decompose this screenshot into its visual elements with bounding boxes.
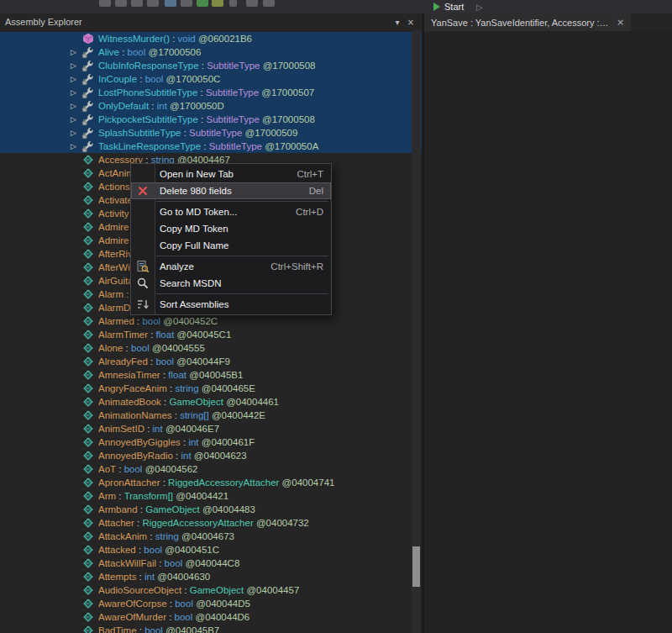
expander-icon[interactable]: ▷ bbox=[71, 61, 81, 70]
tree-item[interactable]: ApronAttacher : RiggedAccessoryAttacher … bbox=[0, 476, 422, 489]
tree-item[interactable]: AttackWillFail : bool @040044C8 bbox=[0, 557, 422, 570]
menu-item-go-to-md-token[interactable]: Go to MD Token...Ctrl+D bbox=[131, 203, 331, 220]
tree-item[interactable]: Arm : Transform[] @04004421 bbox=[0, 489, 422, 503]
toolbar-icon[interactable] bbox=[246, 0, 258, 7]
expander-icon[interactable]: ▷ bbox=[71, 48, 81, 56]
tree-item[interactable]: BadTime : bool @040045B7 bbox=[0, 624, 422, 633]
tree-item[interactable]: ▷TaskLineResponseType : SubtitleType @17… bbox=[0, 140, 422, 153]
menu-item-label: Copy MD Token bbox=[160, 224, 228, 234]
field-icon bbox=[81, 543, 95, 557]
tree-item[interactable]: ▷ClubInfoResponseType : SubtitleType @17… bbox=[0, 59, 422, 72]
toolbar-icon[interactable] bbox=[147, 0, 159, 7]
menu-item-sort-assemblies[interactable]: Sort Assemblies bbox=[131, 296, 331, 313]
tree-item[interactable]: AnnoyedByGiggles : int @0400461F bbox=[0, 435, 422, 449]
tree-item-address: @0400442E bbox=[209, 410, 265, 420]
tree-item[interactable]: ▷SplashSubtitleType : SubtitleType @1700… bbox=[0, 126, 422, 140]
menu-item-delete-980-fields[interactable]: Delete 980 fieldsDel bbox=[131, 182, 331, 199]
field-icon bbox=[81, 355, 95, 368]
tree-item-type: float bbox=[168, 370, 186, 380]
tree-scrollbar[interactable] bbox=[412, 30, 421, 633]
tree-item[interactable]: AmnesiaTimer : float @040045B1 bbox=[0, 368, 422, 382]
tree-item[interactable]: AnimatedBook : GameObject @04004461 bbox=[0, 395, 422, 409]
tree-item[interactable]: ▷InCouple : bool @1700050C bbox=[0, 72, 422, 86]
tree-item-name: WitnessMurder() bbox=[98, 34, 170, 44]
tree-item-address: @17000507 bbox=[259, 87, 314, 98]
tree-item-name: Arm bbox=[98, 491, 116, 501]
tree-item[interactable]: AnimSetID : int @040046E7 bbox=[0, 422, 422, 435]
tree-item-name: AlreadyFed bbox=[98, 356, 148, 367]
tree-item[interactable]: Alarmed : bool @0400452C bbox=[0, 314, 422, 328]
tree-item-address: @04004673 bbox=[179, 531, 234, 541]
toolbar-icon[interactable] bbox=[263, 0, 275, 7]
expander-icon[interactable]: ▷ bbox=[71, 115, 81, 124]
menu-item-open-in-new-tab[interactable]: Open in New TabCtrl+T bbox=[131, 166, 331, 182]
tree-item-address: @040046E7 bbox=[163, 424, 219, 434]
tree-item-type: GameObject bbox=[145, 504, 200, 514]
tree-item[interactable]: AwareOfCorpse : bool @040044D5 bbox=[0, 597, 422, 610]
toolbar-icon[interactable] bbox=[165, 0, 176, 7]
scrollbar-thumb[interactable] bbox=[412, 546, 420, 587]
toolbar-icon[interactable] bbox=[115, 0, 127, 7]
tab-close-icon[interactable]: × bbox=[617, 17, 624, 28]
menu-item-shortcut: Del bbox=[294, 186, 323, 196]
tree-item[interactable]: AngryFaceAnim : string @0400465E bbox=[0, 382, 422, 395]
tree-item-address: @17000508 bbox=[260, 114, 315, 124]
tree-item-address: @1700050D bbox=[167, 101, 224, 111]
tree-item-name: AnnoyedByRadio bbox=[98, 451, 173, 461]
expander-icon[interactable]: ▷ bbox=[71, 129, 81, 137]
document-area[interactable] bbox=[424, 31, 672, 633]
menu-item-label: Analyze bbox=[160, 261, 194, 272]
property-wrench-icon bbox=[81, 126, 95, 140]
expander-icon[interactable]: ▷ bbox=[71, 88, 81, 97]
tree-item[interactable]: AwareOfMurder : bool @040044D6 bbox=[0, 610, 422, 624]
tree-item-name: AwareOfMurder bbox=[98, 612, 166, 622]
toolbar-icon[interactable] bbox=[131, 0, 143, 7]
tree-item-name: AnnoyedByGiggles bbox=[98, 437, 181, 447]
tree-item-address: @040045B7 bbox=[163, 625, 219, 633]
tree-item[interactable]: AudioSourceObject : GameObject @04004457 bbox=[0, 583, 422, 597]
tree-item[interactable]: ▷Alive : bool @17000506 bbox=[0, 45, 422, 59]
tree-item[interactable]: ▷PickpocketSubtitleType : SubtitleType @… bbox=[0, 113, 422, 126]
tree-item-label: AfterRiv bbox=[98, 249, 133, 259]
panel-close-icon[interactable]: × bbox=[404, 18, 417, 27]
tree-item[interactable]: AttackAnim : string @04004673 bbox=[0, 530, 422, 543]
tree-item[interactable]: Attacked : bool @0400451C bbox=[0, 543, 422, 557]
tree-item[interactable]: AlreadyFed : bool @040044F9 bbox=[0, 355, 422, 368]
tree-item[interactable]: WitnessMurder() : void @060021B6 bbox=[0, 32, 422, 45]
tree-item-address: @060021B6 bbox=[196, 34, 252, 44]
panel-menu-caret-icon[interactable]: ▾ bbox=[391, 18, 404, 27]
tree-item[interactable]: Armband : GameObject @04004483 bbox=[0, 503, 422, 516]
tree-item[interactable]: ▷LostPhoneSubtitleType : SubtitleType @1… bbox=[0, 86, 422, 99]
document-panel: YanSave : YanSaveIdentifier, Accessory :… bbox=[424, 13, 672, 633]
start-no-debug-icon[interactable]: ▷ bbox=[476, 0, 483, 13]
expander-icon[interactable]: ▷ bbox=[71, 75, 81, 83]
tree-item[interactable]: AoT : bool @04004562 bbox=[0, 462, 422, 476]
tree-item[interactable]: Alone : bool @04004555 bbox=[0, 341, 422, 355]
tree-item[interactable]: Attempts : int @04004630 bbox=[0, 570, 422, 583]
tree-item-type: string bbox=[175, 383, 198, 393]
menu-item-copy-md-token[interactable]: Copy MD Token bbox=[131, 220, 331, 237]
expander-icon[interactable]: ▷ bbox=[71, 142, 81, 150]
field-icon bbox=[81, 583, 95, 597]
field-icon bbox=[81, 409, 95, 422]
toolbar-icon[interactable] bbox=[197, 0, 208, 7]
tree-item-address: @040045B1 bbox=[186, 370, 243, 380]
toolbar-icon[interactable] bbox=[212, 0, 223, 7]
expander-icon[interactable]: ▷ bbox=[71, 102, 81, 110]
tree-item[interactable]: ▷OnlyDefault : int @1700050D bbox=[0, 99, 422, 113]
toolbar-icon[interactable] bbox=[229, 0, 237, 7]
menu-item-search-msdn[interactable]: Search MSDN bbox=[131, 275, 331, 292]
tree-item[interactable]: AlarmTimer : float @040045C1 bbox=[0, 328, 422, 341]
tab-yansave[interactable]: YanSave : YanSaveIdentifier, Accessory :… bbox=[424, 13, 631, 31]
menu-item-copy-full-name[interactable]: Copy Full Name bbox=[131, 237, 331, 254]
start-button[interactable]: Start bbox=[433, 0, 464, 13]
tree-item-name: Alive bbox=[98, 47, 119, 57]
menu-item-analyze[interactable]: AnalyzeCtrl+Shift+R bbox=[131, 258, 331, 275]
tree-item[interactable]: Attacher : RiggedAccessoryAttacher @0400… bbox=[0, 516, 422, 530]
field-icon bbox=[81, 624, 95, 633]
toolbar-icon[interactable] bbox=[181, 0, 192, 7]
tree-item-type: GameObject bbox=[169, 397, 223, 407]
tree-item[interactable]: AnimationNames : string[] @0400442E bbox=[0, 409, 422, 422]
tree-item[interactable]: AnnoyedByRadio : int @04004623 bbox=[0, 449, 422, 462]
toolbar-icon[interactable] bbox=[99, 0, 111, 7]
